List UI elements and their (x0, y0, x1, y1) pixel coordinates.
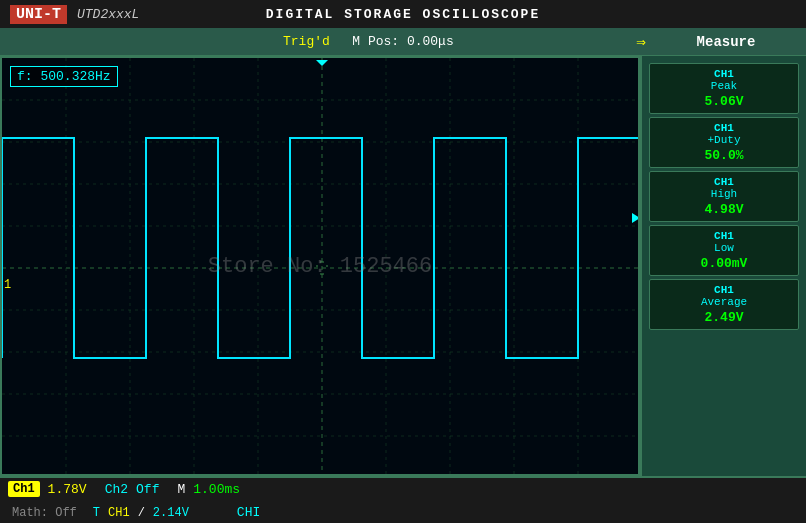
trig-icon: T (93, 506, 100, 520)
measure-channel-3: CH1 (656, 230, 792, 242)
measure-type-1: +Duty (656, 134, 792, 146)
status-bottom-row: Math: Off T CH1 / 2.14V CHI (8, 501, 798, 523)
chi-label: CHI (237, 505, 260, 520)
measure-panel: CH1 Peak 5.06V CH1 +Duty 50.0% CH1 High … (640, 56, 806, 476)
measure-item-1: CH1 +Duty 50.0% (649, 117, 799, 168)
ch1-voltage: 1.78V (48, 482, 87, 497)
model-label: UTD2xxxL (77, 7, 139, 22)
timebase-label: M (177, 482, 185, 497)
measure-value-2: 4.98V (656, 202, 792, 217)
dso-title: DIGITAL STORAGE OSCILLOSCOPE (266, 7, 540, 22)
measure-value-4: 2.49V (656, 310, 792, 325)
trig-voltage: 2.14V (153, 506, 189, 520)
measure-channel-4: CH1 (656, 284, 792, 296)
measure-items: CH1 Peak 5.06V CH1 +Duty 50.0% CH1 High … (649, 60, 799, 333)
measure-item-2: CH1 High 4.98V (649, 171, 799, 222)
ch1-label: Ch1 (8, 481, 40, 497)
measure-type-4: Average (656, 296, 792, 308)
measure-type-0: Peak (656, 80, 792, 92)
timebase-value: 1.00ms (193, 482, 240, 497)
measure-channel-2: CH1 (656, 176, 792, 188)
freq-prefix: f: (17, 69, 33, 84)
math-status: Math: Off (12, 506, 77, 520)
ch1-ground-marker: 1 (4, 278, 11, 292)
measure-item-4: CH1 Average 2.49V (649, 279, 799, 330)
toolbar: Trig'd M Pos: 0.00μs ⇒ Measure (0, 28, 806, 56)
header-bar: UNI-T UTD2xxxL DIGITAL STORAGE OSCILLOSC… (0, 0, 806, 28)
measure-channel-1: CH1 (656, 122, 792, 134)
svg-marker-26 (316, 60, 328, 66)
measure-channel-0: CH1 (656, 68, 792, 80)
mpos-label: M Pos: (352, 34, 399, 49)
freq-value: 500.328Hz (40, 69, 110, 84)
status-top-row: Ch1 1.78V Ch2 Off M 1.00ms (8, 477, 798, 501)
measure-item-3: CH1 Low 0.00mV (649, 225, 799, 276)
trig-status: Trig'd (283, 34, 330, 49)
trig-channel: CH1 (108, 506, 130, 520)
status-bar: Ch1 1.78V Ch2 Off M 1.00ms Math: Off T C… (0, 476, 806, 523)
frequency-display: f: 500.328Hz (10, 66, 118, 87)
measure-type-3: Low (656, 242, 792, 254)
main-area: f: 500.328Hz 1 Store No: 1525466 CH1 Pea… (0, 56, 806, 476)
trig-slope: / (138, 506, 145, 520)
waveform (2, 58, 638, 474)
measure-value-0: 5.06V (656, 94, 792, 109)
mpos-display: M Pos: 0.00μs (352, 34, 453, 49)
measure-value-3: 0.00mV (656, 256, 792, 271)
ch2-value: Off (136, 482, 159, 497)
scope-screen: f: 500.328Hz 1 Store No: 1525466 (0, 56, 640, 476)
ch2-label: Ch2 (105, 482, 128, 497)
brand-logo: UNI-T (10, 5, 67, 24)
measure-type-2: High (656, 188, 792, 200)
mpos-value: 0.00μs (407, 34, 454, 49)
status-rows: Ch1 1.78V Ch2 Off M 1.00ms Math: Off T C… (8, 477, 798, 523)
measure-value-1: 50.0% (656, 148, 792, 163)
measure-item-0: CH1 Peak 5.06V (649, 63, 799, 114)
settings-icon[interactable]: ⇒ (636, 32, 646, 52)
measure-panel-title: Measure (656, 34, 796, 50)
